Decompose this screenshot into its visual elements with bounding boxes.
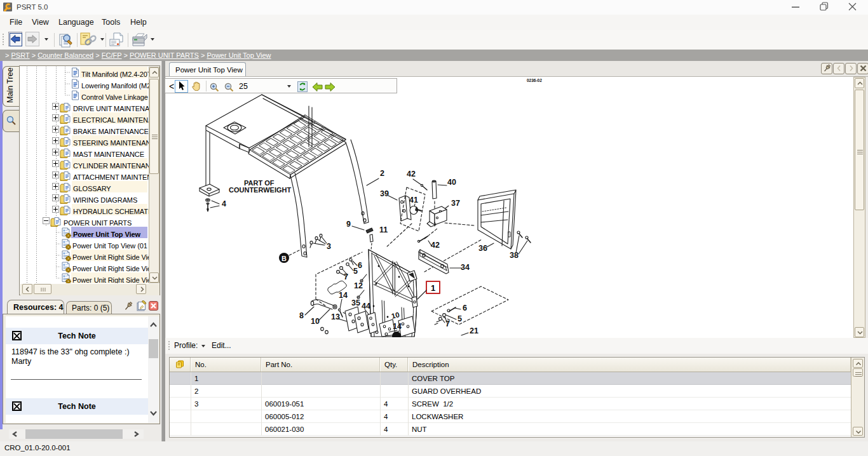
svg-text:0236-02: 0236-02 (527, 78, 542, 83)
svg-text:36: 36 (478, 244, 487, 253)
svg-text:6: 6 (463, 304, 467, 312)
svg-text:9: 9 (346, 220, 351, 229)
svg-text:11: 11 (379, 225, 388, 234)
svg-text:3: 3 (327, 242, 331, 251)
svg-text:COUNTERWEIGHT: COUNTERWEIGHT (229, 186, 291, 194)
svg-text:21: 21 (470, 326, 478, 335)
svg-text:38: 38 (510, 251, 519, 260)
svg-text:12: 12 (354, 281, 363, 290)
svg-text:42: 42 (431, 241, 440, 250)
svg-text:7: 7 (445, 319, 450, 328)
svg-text:13: 13 (331, 312, 340, 321)
svg-text:1: 1 (431, 283, 435, 293)
svg-text:6: 6 (358, 261, 362, 270)
svg-text:5: 5 (353, 267, 358, 276)
svg-text:40: 40 (447, 178, 456, 187)
svg-text:10: 10 (311, 317, 320, 326)
svg-text:37: 37 (451, 199, 460, 208)
svg-text:7: 7 (344, 272, 348, 281)
svg-text:44: 44 (362, 302, 370, 311)
svg-text:8: 8 (299, 311, 304, 320)
svg-text:42: 42 (407, 170, 416, 178)
svg-text:34: 34 (461, 263, 470, 272)
svg-text:14: 14 (339, 291, 348, 300)
svg-text:14: 14 (393, 322, 402, 331)
svg-text:39: 39 (380, 189, 389, 198)
svg-text:41: 41 (409, 196, 418, 205)
svg-text:5: 5 (458, 314, 462, 323)
svg-text:35: 35 (351, 298, 360, 307)
svg-text:4: 4 (222, 199, 226, 208)
svg-text:2: 2 (380, 169, 384, 178)
svg-text:B: B (281, 255, 287, 262)
